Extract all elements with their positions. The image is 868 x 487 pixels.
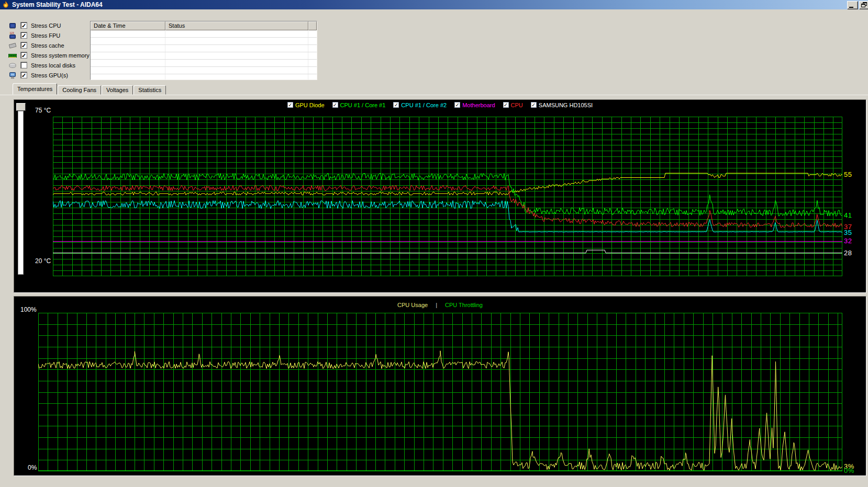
cache-icon (8, 41, 17, 50)
stress-cache-label: Stress cache (31, 42, 64, 49)
stress-fpu-checkbox[interactable]: ✓ (20, 32, 27, 39)
log-table-header: Date & Time Status (91, 21, 317, 30)
stress-gpu-checkbox[interactable]: ✓ (20, 72, 27, 78)
memory-icon (8, 51, 17, 60)
stress-option-row: ✓ Stress GPU(s) (8, 71, 68, 80)
legend-item-gpu-diode: ✓ GPU Diode (287, 102, 325, 108)
legend-item-cpu: ✓ CPU (503, 102, 523, 108)
temperature-plot (53, 117, 842, 276)
gpu-icon (8, 71, 17, 80)
legend-checkbox[interactable]: ✓ (332, 102, 338, 108)
stress-option-row: ✓ Stress system memory (8, 51, 90, 60)
title-bar: System Stability Test - AIDA64 (0, 0, 868, 9)
cpu-usage-legend: CPU Usage | CPU Throttling (14, 301, 866, 309)
current-value-motherboard: 32 (844, 237, 852, 245)
cpu-usage-chart-panel: CPU Usage | CPU Throttling 100% 0% 3%0% (14, 296, 866, 476)
tab-voltages[interactable]: Voltages (102, 85, 133, 95)
legend-checkbox[interactable]: ✓ (287, 102, 293, 108)
log-table: Date & Time Status (90, 21, 317, 80)
chart-scale-slider (16, 103, 26, 276)
legend-separator: | (436, 302, 437, 308)
stress-memory-label: Stress system memory (31, 52, 90, 59)
bottom-spacer (0, 476, 868, 487)
slider-thumb[interactable] (16, 103, 26, 111)
window-controls (847, 1, 868, 9)
stress-cpu-checkbox[interactable]: ✓ (20, 22, 27, 29)
svg-text:123: 123 (10, 31, 15, 35)
column-header-filler (308, 21, 317, 30)
temperature-chart-panel: ✓ GPU Diode ✓ CPU #1 / Core #1 ✓ CPU #1 … (14, 99, 866, 293)
log-table-row[interactable] (91, 52, 317, 60)
stress-option-row: Stress local disks (8, 61, 75, 70)
legend-checkbox[interactable]: ✓ (454, 102, 460, 108)
current-value-cpu-throttling: 0% (844, 467, 854, 474)
legend-item-cpu1-core2: ✓ CPU #1 / Core #2 (393, 102, 447, 108)
stress-cache-checkbox[interactable]: ✓ (20, 42, 27, 49)
legend-checkbox[interactable]: ✓ (393, 102, 399, 108)
slider-track[interactable] (18, 111, 24, 275)
y-axis-max-label: 100% (20, 306, 37, 313)
log-table-row[interactable] (91, 38, 317, 45)
log-table-row[interactable] (91, 74, 317, 80)
y-axis-max-label: 75 °C (35, 107, 51, 114)
restore-button[interactable] (859, 1, 868, 9)
legend-item-cpu1-core1: ✓ CPU #1 / Core #1 (332, 102, 386, 108)
legend-item-samsung-hd105si: ✓ SAMSUNG HD105SI (531, 102, 593, 108)
tab-statistics[interactable]: Statistics (133, 85, 166, 95)
log-table-row[interactable] (91, 30, 317, 38)
current-value-gpu-diode: 55 (844, 171, 852, 178)
log-table-row[interactable] (91, 60, 317, 67)
stress-disks-checkbox[interactable] (20, 62, 27, 69)
cpu-usage-plot (38, 313, 842, 471)
log-table-row[interactable] (91, 67, 317, 74)
legend-checkbox[interactable]: ✓ (503, 102, 509, 108)
column-header-status[interactable]: Status (165, 21, 308, 30)
stress-option-row: ✓ Stress CPU (8, 21, 61, 30)
stress-cpu-label: Stress CPU (31, 22, 61, 29)
series-cpu-usage (38, 351, 842, 471)
legend-checkbox[interactable]: ✓ (531, 102, 537, 108)
minimize-icon (849, 7, 853, 8)
minimize-button[interactable] (847, 1, 858, 9)
legend-cpu-throttling[interactable]: CPU Throttling (445, 302, 483, 308)
legend-item-motherboard: ✓ Motherboard (454, 102, 495, 108)
y-axis-min-label: 20 °C (35, 257, 51, 265)
tab-cooling-fans[interactable]: Cooling Fans (58, 85, 101, 95)
log-table-row[interactable] (91, 45, 317, 52)
current-value-samsung-hd105si: 28 (844, 249, 852, 257)
current-value-cpu: 37 (844, 223, 852, 231)
stress-option-row: ✓ Stress cache (8, 41, 64, 50)
disk-icon (8, 61, 17, 70)
window-title: System Stability Test - AIDA64 (12, 1, 103, 8)
fpu-icon: 123 (8, 31, 17, 40)
y-axis-min-label: 0% (28, 464, 37, 471)
tab-temperatures[interactable]: Temperatures (13, 83, 57, 95)
tab-strip: Temperatures Cooling Fans Voltages Stati… (13, 83, 166, 95)
stress-gpu-label: Stress GPU(s) (31, 72, 68, 78)
temperature-legend: ✓ GPU Diode ✓ CPU #1 / Core #1 ✓ CPU #1 … (14, 101, 866, 109)
stress-fpu-label: Stress FPU (31, 32, 60, 39)
legend-cpu-usage[interactable]: CPU Usage (397, 302, 428, 308)
stress-memory-checkbox[interactable]: ✓ (20, 52, 27, 59)
tab-page-edge (0, 95, 868, 95)
stress-disks-label: Stress local disks (31, 62, 75, 69)
aida64-flame-icon[interactable] (2, 1, 9, 8)
log-table-body (91, 30, 317, 80)
column-header-date-time[interactable]: Date & Time (91, 21, 165, 30)
stress-option-row: 123 ✓ Stress FPU (8, 31, 60, 40)
app-window: { "window": { "title": "System Stability… (0, 0, 868, 487)
current-value-cpu-1-core-1: 41 (844, 211, 852, 219)
cpu-icon (8, 21, 17, 30)
